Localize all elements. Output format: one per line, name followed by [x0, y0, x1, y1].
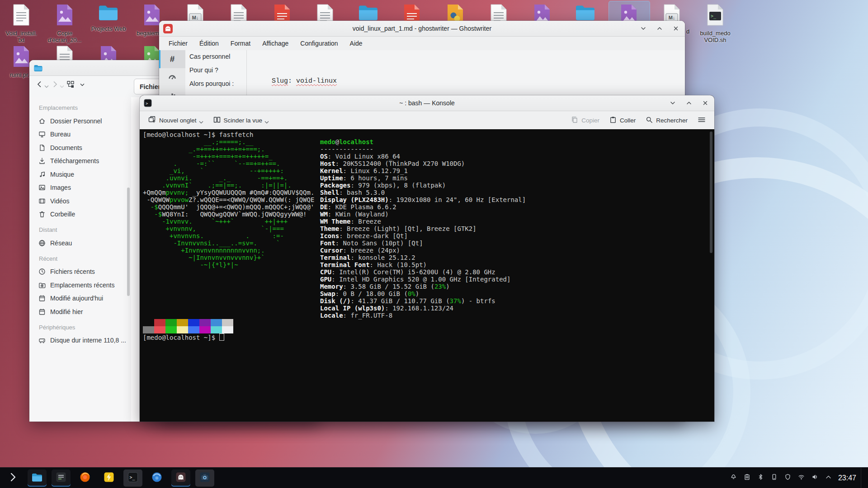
- palette-swatch: [154, 326, 165, 333]
- video-icon: [38, 197, 46, 205]
- scinder-la-vue-button[interactable]: Scinder la vue: [209, 113, 274, 128]
- close-button[interactable]: [672, 25, 679, 32]
- paste-icon: [609, 116, 617, 125]
- tray-expand-tray[interactable]: [825, 474, 832, 482]
- taskbar-firefox[interactable]: [75, 469, 94, 487]
- sidebar-item-dossier-personnel[interactable]: Dossier Personnel: [29, 114, 131, 128]
- color-palette: [143, 319, 714, 333]
- nouvel-onglet-button[interactable]: Nouvel onglet: [144, 113, 208, 128]
- places-section-header: Périphériques: [39, 324, 131, 331]
- maximize-button[interactable]: [656, 25, 663, 32]
- editor-line: Slug: void-linux: [272, 77, 676, 85]
- chevron-down-icon[interactable]: [80, 83, 85, 86]
- minimize-button[interactable]: [640, 25, 647, 32]
- outline-item[interactable]: Alors pourquoi :: [189, 80, 245, 87]
- ascii-art-void-logo: __.;=====;.__ _.=+==++=++=+=+===;. -=+++…: [143, 138, 320, 319]
- maximize-button[interactable]: [685, 99, 693, 107]
- sidebar-item-r-seau[interactable]: Réseau: [29, 236, 131, 250]
- sidebar-item-vid-os[interactable]: Vidéos: [29, 194, 131, 208]
- network-icon: [38, 239, 46, 247]
- sidebar-item-label: Réseau: [50, 239, 72, 247]
- menu-aide[interactable]: Aide: [344, 37, 368, 50]
- taskbar-konsole[interactable]: >_: [123, 469, 142, 487]
- menu-fichier[interactable]: Fichier: [163, 37, 193, 50]
- palette-swatch: [188, 326, 199, 333]
- sidebar-item-corbeille[interactable]: Corbeille: [29, 208, 131, 221]
- close-button[interactable]: [702, 99, 709, 107]
- desktop-icon[interactable]: Projects Web: [87, 4, 130, 32]
- taskbar-blue-app[interactable]: [147, 469, 166, 487]
- window-title: void_linux_part_1.md - ghostwriter — Gho…: [159, 25, 685, 32]
- outline-item[interactable]: Pour qui ?: [189, 66, 245, 74]
- palette-swatch: [165, 326, 177, 333]
- volume-icon: [811, 474, 818, 482]
- clock[interactable]: 23:47: [838, 474, 856, 482]
- button-label: Copier: [581, 117, 599, 124]
- sidebar-item-label: Fichiers récents: [50, 268, 95, 275]
- sidebar-item-images[interactable]: Images: [29, 181, 131, 195]
- tray-kdeconnect[interactable]: [771, 474, 778, 482]
- coller-button[interactable]: Coller: [605, 113, 640, 127]
- ghostwriter-titlebar[interactable]: void_linux_part_1.md - ghostwriter — Gho…: [159, 21, 685, 37]
- desktop-icon[interactable]: >_build_medoVOID.sh: [693, 4, 737, 43]
- sidebar-item-label: Corbeille: [50, 211, 75, 218]
- tray-bluetooth[interactable]: [757, 474, 764, 482]
- palette-swatch: [211, 319, 222, 326]
- taskbar-yellow-app[interactable]: [99, 469, 118, 487]
- palette-swatch: [177, 319, 188, 326]
- chevron-down-icon: [199, 118, 203, 125]
- button-label: Rechercher: [656, 117, 688, 124]
- palette-swatch: [143, 319, 154, 326]
- taskbar-text-editor[interactable]: [52, 469, 71, 487]
- tab-outline[interactable]: #: [159, 50, 185, 68]
- tray-clipboard[interactable]: [744, 474, 750, 482]
- terminal-scrollbar[interactable]: [709, 131, 713, 420]
- palette-swatch: [165, 319, 177, 326]
- menu-format[interactable]: Format: [225, 37, 256, 50]
- menu-configuration[interactable]: Configuration: [294, 37, 344, 50]
- desktop-icon[interactable]: Copied'écran_20...: [43, 4, 86, 43]
- back-button[interactable]: [36, 80, 49, 88]
- tab-session-stats[interactable]: [159, 68, 185, 86]
- minimize-button[interactable]: [669, 99, 676, 107]
- view-mode-button[interactable]: [66, 80, 75, 89]
- taskbar-spectacle[interactable]: [195, 469, 214, 487]
- sidebar-item-musique[interactable]: Musique: [29, 168, 131, 181]
- chevron-down-icon: [264, 118, 269, 125]
- hamburger-menu-button[interactable]: [693, 113, 710, 127]
- sidebar-item-t-l-chargements[interactable]: Téléchargements: [29, 155, 131, 168]
- taskbar-app-launcher[interactable]: [4, 469, 23, 487]
- tray-wifi[interactable]: [798, 474, 805, 482]
- places-section-header: Récent: [39, 255, 131, 262]
- sidebar-item-modifi-aujourd-hui[interactable]: Modifié aujourd'hui: [29, 292, 131, 305]
- terminal[interactable]: [medo@localhost ~]$ fastfetch __.;=====;…: [140, 129, 714, 422]
- menu-affichage[interactable]: Affichage: [256, 37, 294, 50]
- trash-icon: [38, 211, 46, 218]
- tray-vault[interactable]: [784, 474, 791, 482]
- sidebar-item-fichiers-r-cents[interactable]: Fichiers récents: [29, 265, 131, 279]
- file-icon: [43, 4, 86, 28]
- rechercher-button[interactable]: Rechercher: [642, 113, 692, 127]
- desktop-icon[interactable]: Void_install.txt: [0, 4, 43, 43]
- forward-button[interactable]: [51, 80, 64, 88]
- tray-notifications[interactable]: [730, 474, 737, 482]
- sidebar-item-label: Dossier Personnel: [50, 117, 102, 125]
- menu-dition[interactable]: Édition: [193, 37, 225, 50]
- hdd-icon: [38, 337, 46, 344]
- tray-volume[interactable]: [811, 474, 818, 482]
- wifi-icon: [798, 474, 805, 482]
- taskbar-ghostwriter[interactable]: [171, 469, 190, 487]
- sidebar-item-disque-dur-interne-110-8-[interactable]: Disque dur interne 110,8 ...: [29, 334, 131, 347]
- sidebar-item-documents[interactable]: Documents: [29, 141, 131, 155]
- taskbar-dolphin[interactable]: [28, 469, 47, 487]
- sidebar-item-modifi-hier[interactable]: Modifié hier: [29, 305, 131, 319]
- sidebar-item-label: Vidéos: [50, 197, 70, 205]
- prompt-line[interactable]: [medo@localhost ~]$: [143, 333, 714, 341]
- peek-desktop-button[interactable]: [861, 468, 864, 488]
- outline-item[interactable]: Cas personnel: [189, 53, 245, 60]
- sidebar-item-emplacements-r-cents[interactable]: Emplacements récents: [29, 278, 131, 292]
- sidebar-item-bureau[interactable]: Bureau: [29, 128, 131, 141]
- document-icon: [38, 144, 46, 151]
- konsole-titlebar[interactable]: > ~ : bash — Konsole: [140, 95, 714, 111]
- places-scrollbar[interactable]: [127, 188, 130, 296]
